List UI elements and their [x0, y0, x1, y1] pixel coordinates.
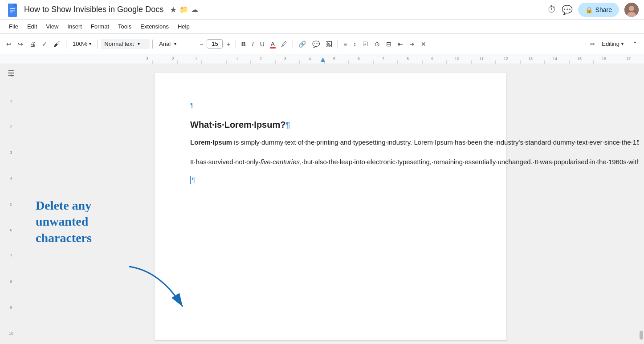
svg-rect-2 — [10, 8, 15, 9]
font-size-input[interactable] — [207, 39, 223, 49]
font-chevron: ▾ — [174, 41, 176, 46]
para2-text: It·has·survived·not·only· — [190, 158, 261, 166]
style-chevron: ▾ — [138, 41, 140, 46]
last-pilcrow: ¶ — [192, 174, 195, 185]
spellcheck-button[interactable]: ✓ — [39, 39, 50, 49]
menu-format[interactable]: Format — [87, 21, 113, 32]
image-button[interactable]: 🖼 — [323, 39, 335, 49]
menu-extensions[interactable]: Extensions — [137, 21, 172, 32]
line-spacing-button[interactable]: ↕ — [351, 39, 359, 49]
paragraph-1: Lorem·Ipsum·is·simply·dummy·text·of·the·… — [190, 137, 471, 148]
left-sidebar: ☰ -1 1 2 3 4 5 6 7 8 9 10 11 — [0, 64, 22, 344]
svg-text:13: 13 — [528, 57, 533, 61]
paragraph-2: It·has·survived·not·only·five·centuries,… — [190, 157, 471, 167]
zoom-chevron: ▾ — [89, 41, 91, 46]
bold-button[interactable]: B — [239, 39, 249, 49]
editing-mode-button[interactable]: Editing ▾ — [597, 39, 628, 49]
title-icons: ★ 📁 ☁ — [170, 5, 198, 15]
avatar[interactable] — [624, 3, 639, 17]
increase-font-button[interactable]: + — [224, 39, 232, 49]
menu-file[interactable]: File — [5, 21, 22, 32]
zoom-select[interactable]: 100% ▾ — [69, 39, 95, 49]
svg-rect-3 — [10, 10, 15, 11]
heading-text: What·is·Lorem·Ipsum? — [190, 120, 285, 130]
paint-format-button[interactable]: 🖌 — [51, 38, 63, 50]
title-bar-right: ⏱ 💬 🔒 Share — [547, 3, 639, 17]
collapse-toolbar-button[interactable]: ⌃ — [630, 39, 640, 49]
menu-bar: File Edit View Insert Format Tools Exten… — [0, 20, 644, 34]
svg-text:5: 5 — [333, 57, 335, 61]
chat-icon[interactable]: 💬 — [562, 4, 573, 15]
separator-2 — [98, 40, 98, 49]
menu-edit[interactable]: Edit — [24, 21, 41, 32]
title-bar: How to Show Invisibles in Google Docs ★ … — [0, 0, 644, 20]
bullet-list-button[interactable]: ⊙ — [372, 39, 383, 49]
print-button[interactable]: 🖨 — [27, 39, 38, 49]
zoom-value: 100% — [73, 40, 87, 47]
italic-button[interactable]: I — [249, 39, 257, 49]
svg-text:4: 4 — [309, 57, 311, 61]
svg-text:2: 2 — [260, 57, 262, 61]
heading-pilcrow: ¶ — [285, 121, 290, 130]
lorem-ipsum-bold: Lorem·Ipsum — [190, 138, 232, 146]
style-select[interactable]: Normal text ▾ — [101, 39, 150, 49]
svg-text:-1: -1 — [194, 57, 197, 61]
separator-4 — [194, 40, 194, 49]
share-button[interactable]: 🔒 Share — [578, 3, 619, 17]
svg-text:9: 9 — [431, 57, 433, 61]
right-scrollbar[interactable] — [639, 64, 644, 344]
underline-button[interactable]: U — [257, 39, 267, 49]
five-centuries-italic: five·centuries — [261, 158, 300, 166]
numbered-list-button[interactable]: ⊟ — [383, 39, 394, 49]
text-cursor — [190, 176, 191, 184]
svg-text:7: 7 — [382, 57, 384, 61]
pencil-icon: ✏ — [590, 40, 595, 48]
para1-text: ·is·simply·dummy·text·of·the·printing·an… — [232, 138, 639, 146]
clear-formatting-button[interactable]: ✕ — [418, 39, 429, 49]
checklist-button[interactable]: ☑ — [360, 39, 371, 49]
svg-text:8: 8 — [407, 57, 409, 61]
svg-marker-48 — [321, 57, 325, 62]
increase-indent-button[interactable]: ⇥ — [407, 39, 417, 49]
svg-text:16: 16 — [602, 57, 606, 61]
history-icon[interactable]: ⏱ — [547, 4, 556, 15]
svg-text:-2: -2 — [171, 57, 174, 61]
font-select[interactable]: Arial ▾ — [155, 39, 191, 49]
star-icon[interactable]: ★ — [170, 5, 177, 15]
lock-icon: 🔒 — [585, 6, 593, 13]
editing-label: Editing — [602, 40, 620, 47]
link-button[interactable]: 🔗 — [296, 39, 309, 49]
separator-7 — [338, 40, 338, 49]
svg-point-6 — [629, 6, 634, 11]
redo-button[interactable]: ↪ — [15, 39, 26, 49]
toolbar: ↩ ↪ 🖨 ✓ 🖌 100% ▾ Normal text ▾ Arial ▾ −… — [0, 34, 644, 54]
annotation-line2: unwanted — [36, 214, 92, 230]
comment-button[interactable]: 💬 — [310, 39, 322, 49]
highlight-button[interactable]: 🖊 — [278, 39, 290, 49]
annotation-line1: Delete any — [36, 198, 92, 214]
svg-text:6: 6 — [358, 57, 360, 61]
separator-1 — [66, 40, 66, 49]
svg-text:-3: -3 — [145, 57, 148, 61]
menu-view[interactable]: View — [42, 21, 62, 32]
folder-icon[interactable]: 📁 — [179, 5, 188, 14]
scroll-thumb[interactable] — [640, 331, 643, 340]
svg-text:3: 3 — [284, 57, 286, 61]
font-color-button[interactable]: A — [268, 39, 277, 49]
decrease-font-button[interactable]: − — [197, 39, 206, 49]
align-button[interactable]: ≡ — [341, 39, 350, 49]
doc-page[interactable]: ¶ What·is·Lorem·Ipsum?¶ Lorem·Ipsum·is·s… — [155, 73, 506, 340]
menu-tools[interactable]: Tools — [114, 21, 135, 32]
para2-text-2: ,·but·also·the·leap·into·electronic·type… — [300, 158, 639, 166]
cloud-icon[interactable]: ☁ — [191, 5, 198, 14]
undo-button[interactable]: ↩ — [4, 39, 14, 49]
svg-text:11: 11 — [479, 57, 484, 61]
doc-heading: What·is·Lorem·Ipsum?¶ — [190, 117, 471, 132]
menu-help[interactable]: Help — [174, 21, 193, 32]
decrease-indent-button[interactable]: ⇤ — [395, 39, 406, 49]
menu-insert[interactable]: Insert — [64, 21, 86, 32]
doc-area[interactable]: Delete any unwanted characters ¶ What·is… — [22, 64, 639, 344]
app-icon — [5, 3, 20, 17]
separator-5 — [236, 40, 236, 49]
annotation: Delete any unwanted characters — [36, 198, 92, 246]
